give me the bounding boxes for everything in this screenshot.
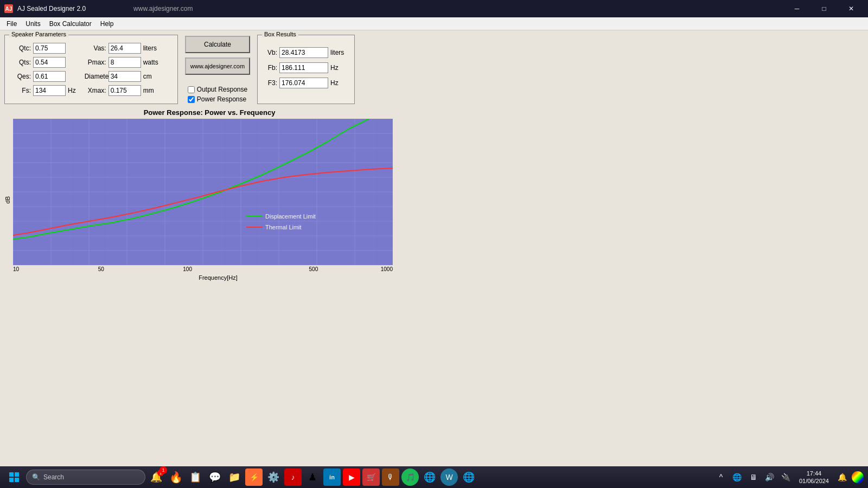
tray-rainbow[interactable] xyxy=(852,471,864,483)
fs-input[interactable] xyxy=(33,85,66,96)
output-response-checkbox[interactable] xyxy=(188,86,195,93)
taskbar-shop[interactable]: 🛒 xyxy=(362,468,380,486)
taskbar-whatsapp[interactable]: 💬 xyxy=(206,468,224,486)
speaker-parameters-panel: Speaker Parameters Qtc: Qts: Qes: xyxy=(4,35,178,104)
vas-label: Vas: xyxy=(85,44,106,52)
params-left-col: Qtc: Qts: Qes: Fs: Hz xyxy=(9,43,76,99)
chart-container: Power Response: Power vs. Frequency dB xyxy=(4,108,864,281)
pmax-input[interactable] xyxy=(108,57,141,68)
search-placeholder: Search xyxy=(43,473,64,481)
menu-units[interactable]: Units xyxy=(21,19,44,29)
website-button[interactable]: www.ajdesigner.com xyxy=(185,57,250,75)
chart-svg: Displacement Limit Thermal Limit 150 135… xyxy=(13,119,393,265)
vb-row: Vb: liters xyxy=(262,47,350,58)
taskbar-notifications[interactable]: 🔔 1 xyxy=(148,468,165,486)
power-response-label: Power Response xyxy=(197,95,246,103)
minimize-button[interactable]: ─ xyxy=(784,0,809,17)
taskbar: 🔍 Search 🔔 1 🔥 📋 💬 📁 ⚡ ⚙️ ♪ ♟ in ▶ 🛒 🎙 🎵… xyxy=(0,466,868,488)
tray-chevron[interactable]: ^ xyxy=(714,471,727,484)
x-tick-1000: 1000 xyxy=(381,266,393,272)
f3-label: F3: xyxy=(262,79,277,87)
app-icon: AJ xyxy=(4,4,13,13)
vb-unit: liters xyxy=(330,49,344,56)
taskbar-podcast[interactable]: 🎙 xyxy=(382,468,399,486)
taskbar-swift[interactable]: ⚡ xyxy=(245,468,263,486)
fb-unit: Hz xyxy=(330,64,339,72)
tray-notifications[interactable]: 🔔 xyxy=(835,471,848,484)
chart-title: Power Response: Power vs. Frequency xyxy=(20,108,399,117)
diameter-input[interactable] xyxy=(108,71,141,82)
pmax-label: Pmax: xyxy=(85,59,106,66)
vb-input[interactable] xyxy=(279,47,328,58)
taskbar-time[interactable]: 17:44 01/06/2024 xyxy=(796,468,832,486)
menu-file[interactable]: File xyxy=(2,19,21,29)
taskbar-settings[interactable]: ⚙️ xyxy=(265,468,282,486)
tray-battery[interactable]: 🔌 xyxy=(780,471,793,484)
titlebar-url: www.ajdesigner.com xyxy=(133,5,193,12)
power-response-checkbox[interactable] xyxy=(188,96,195,103)
taskbar-chrome[interactable]: 🌐 xyxy=(421,468,438,486)
fs-label: Fs: xyxy=(9,87,31,94)
power-response-row: Power Response xyxy=(188,95,247,103)
close-button[interactable]: ✕ xyxy=(839,0,864,17)
vas-unit: liters xyxy=(143,44,157,52)
taskbar-music-red[interactable]: ♪ xyxy=(284,468,302,486)
qes-label: Qes: xyxy=(9,73,31,80)
taskbar-youtube[interactable]: ▶ xyxy=(343,468,360,486)
fb-label: Fb: xyxy=(262,64,277,72)
taskbar-files[interactable]: 📋 xyxy=(187,468,204,486)
qes-input[interactable] xyxy=(33,71,66,82)
fb-input[interactable] xyxy=(279,62,328,73)
taskbar-linkedin[interactable]: in xyxy=(323,468,341,486)
x-tick-100: 100 xyxy=(183,266,192,272)
taskbar-chess[interactable]: ♟ xyxy=(304,468,321,486)
fs-row: Fs: Hz xyxy=(9,85,76,96)
svg-rect-36 xyxy=(9,472,14,477)
qtc-input[interactable] xyxy=(33,43,66,54)
chart-area: Displacement Limit Thermal Limit 150 135… xyxy=(13,119,393,281)
taskbar-spotify[interactable]: 🎵 xyxy=(401,468,419,486)
chart-ylabel: dB xyxy=(4,196,11,203)
f3-row: F3: Hz xyxy=(262,78,350,88)
calculate-button[interactable]: Calculate xyxy=(185,36,250,53)
params-right-col: Vas: liters Pmax: watts Diameter: cm xyxy=(85,43,158,99)
box-results-panel: Box Results Vb: liters Fb: Hz F3: Hz xyxy=(257,35,355,104)
fb-row: Fb: Hz xyxy=(262,62,350,73)
xmax-input[interactable] xyxy=(108,85,141,96)
qts-input[interactable] xyxy=(33,57,66,68)
diameter-row: Diameter: cm xyxy=(85,71,158,82)
taskbar-chrome2[interactable]: 🌐 xyxy=(460,468,477,486)
x-axis-labels: 10 50 100 500 1000 xyxy=(13,266,393,272)
top-row: Speaker Parameters Qtc: Qts: Qes: xyxy=(4,35,864,104)
vb-label: Vb: xyxy=(262,49,277,56)
pmax-row: Pmax: watts xyxy=(85,57,158,68)
maximize-button[interactable]: □ xyxy=(812,0,837,17)
speaker-panel-title: Speaker Parameters xyxy=(9,31,68,37)
chart-wrapper: dB xyxy=(4,119,393,281)
vas-input[interactable] xyxy=(108,43,141,54)
tray-display[interactable]: 🖥 xyxy=(747,471,760,484)
menu-help[interactable]: Help xyxy=(96,19,118,29)
qts-label: Qts: xyxy=(9,59,31,66)
qtc-row: Qtc: xyxy=(9,43,76,54)
legend-displacement: Displacement Limit xyxy=(265,213,316,220)
taskbar-wordpress[interactable]: W xyxy=(441,468,458,486)
titlebar-title: AJ Sealed Designer 2.0 xyxy=(17,5,86,12)
params-grid: Qtc: Qts: Qes: Fs: Hz xyxy=(9,43,173,99)
taskbar-right: ^ 🌐 🖥 🔊 🔌 17:44 01/06/2024 🔔 xyxy=(714,468,864,486)
f3-unit: Hz xyxy=(330,79,339,87)
menu-box-calculator[interactable]: Box Calculator xyxy=(45,19,96,29)
taskbar-explorer[interactable]: 📁 xyxy=(226,468,243,486)
fs-unit: Hz xyxy=(68,87,76,94)
tray-speaker[interactable]: 🔊 xyxy=(763,471,776,484)
f3-input[interactable] xyxy=(279,78,328,88)
diameter-label: Diameter: xyxy=(85,73,106,80)
vas-row: Vas: liters xyxy=(85,43,158,54)
taskbar-fire[interactable]: 🔥 xyxy=(167,468,184,486)
tray-network[interactable]: 🌐 xyxy=(731,471,744,484)
output-response-row: Output Response xyxy=(188,86,247,93)
search-bar[interactable]: 🔍 Search xyxy=(26,470,145,485)
legend-thermal: Thermal Limit xyxy=(265,224,302,230)
svg-rect-38 xyxy=(9,478,14,482)
start-button[interactable] xyxy=(4,467,24,487)
